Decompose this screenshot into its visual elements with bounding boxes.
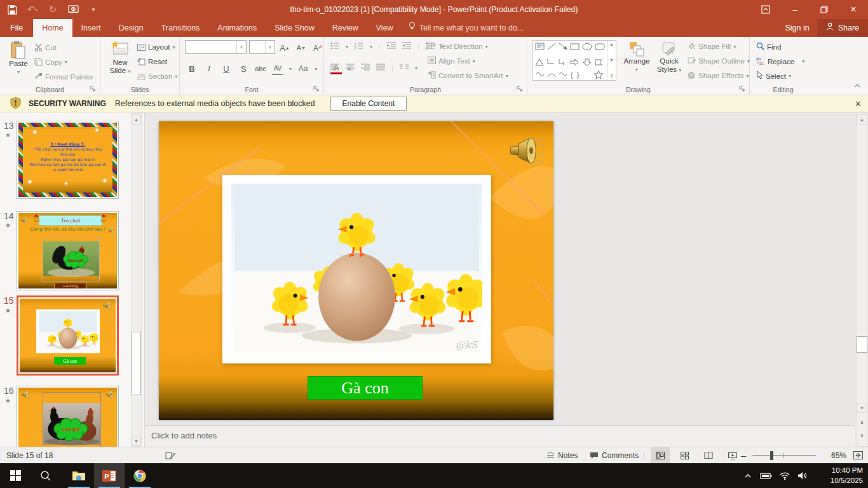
ribbon-display-options-icon[interactable] bbox=[751, 0, 780, 19]
convert-to-smartart-button[interactable]: Convert to SmartArt▾ bbox=[428, 71, 508, 80]
tell-me-box[interactable]: Tell me what you want to do... bbox=[402, 19, 531, 37]
tab-design[interactable]: Design bbox=[110, 19, 153, 37]
tab-file[interactable]: File bbox=[0, 19, 33, 37]
close-button[interactable]: × bbox=[839, 0, 868, 19]
zoom-level[interactable]: 65% bbox=[831, 447, 846, 463]
copy-button[interactable]: Copy▾ bbox=[34, 58, 67, 66]
shrink-font-button[interactable]: A▼ bbox=[295, 41, 307, 54]
restore-button[interactable] bbox=[810, 0, 839, 19]
view-reading-button[interactable] bbox=[699, 447, 718, 463]
quick-styles-button[interactable]: Quick Styles ▾ bbox=[654, 41, 684, 74]
main-scrollbar[interactable]: ▲ ▼ ▲▲ ▼▼ bbox=[856, 112, 868, 447]
tab-animations[interactable]: Animations bbox=[208, 19, 266, 37]
decrease-indent-icon[interactable] bbox=[387, 42, 396, 51]
underline-button[interactable]: U bbox=[220, 62, 232, 75]
view-slide-sorter-button[interactable] bbox=[675, 447, 694, 463]
view-slideshow-button[interactable] bbox=[723, 447, 742, 463]
taskbar-file-explorer[interactable] bbox=[64, 463, 94, 488]
grow-font-button[interactable]: A▲ bbox=[279, 41, 290, 54]
columns-icon[interactable] bbox=[400, 64, 409, 72]
scroll-down-icon[interactable]: ▼ bbox=[857, 403, 867, 413]
comments-toggle[interactable]: Comments bbox=[590, 447, 639, 463]
shapes-scroll-up-icon[interactable]: ▲ bbox=[609, 42, 614, 46]
layout-button[interactable]: Layout▾ bbox=[137, 43, 175, 51]
shape-fill-button[interactable]: Shape Fill▾ bbox=[688, 42, 736, 51]
font-dialog-launcher-icon[interactable] bbox=[313, 85, 321, 93]
slide-canvas[interactable]: @kS Gà con bbox=[159, 121, 553, 420]
enable-content-button[interactable]: Enable Content bbox=[330, 97, 407, 111]
font-size-combo[interactable]: ▾ bbox=[249, 40, 275, 54]
zoom-slider-thumb[interactable] bbox=[770, 451, 773, 460]
tray-chevron-icon[interactable] bbox=[744, 473, 752, 478]
zoom-slider[interactable] bbox=[752, 447, 816, 463]
numbering-icon[interactable]: 123 bbox=[355, 42, 363, 51]
minimize-button[interactable]: – bbox=[780, 0, 810, 19]
justify-icon[interactable] bbox=[376, 64, 385, 72]
scroll-up-icon[interactable]: ▲ bbox=[857, 114, 867, 125]
select-button[interactable]: Select▾ bbox=[756, 71, 791, 81]
tab-slide-show[interactable]: Slide Show bbox=[266, 19, 323, 37]
shapes-scroll-down-icon[interactable]: ▼ bbox=[609, 58, 614, 62]
cut-button[interactable]: Cut bbox=[34, 43, 57, 51]
shape-outline-button[interactable]: Shape Outline▾ bbox=[688, 57, 750, 65]
tab-transitions[interactable]: Transitions bbox=[153, 19, 209, 37]
notes-toggle[interactable]: Notes bbox=[546, 447, 578, 463]
drawing-dialog-launcher-icon[interactable] bbox=[739, 85, 747, 93]
sign-in-link[interactable]: Sign in bbox=[777, 19, 817, 37]
new-slide-button[interactable]: New Slide ▾ bbox=[105, 41, 135, 76]
align-right-icon[interactable] bbox=[361, 64, 370, 72]
close-warning-icon[interactable]: ✕ bbox=[855, 99, 862, 109]
thumb-scrollbar-thumb[interactable] bbox=[132, 332, 141, 395]
shape-effects-button[interactable]: Shape Effects▾ bbox=[688, 71, 749, 80]
next-slide-button[interactable]: ▼▼ bbox=[857, 431, 867, 441]
zoom-out-button[interactable]: – bbox=[741, 447, 746, 463]
align-text-button[interactable]: Align Text▾ bbox=[428, 57, 475, 65]
shapes-more-icon[interactable]: ⊽ bbox=[610, 74, 613, 79]
font-name-dropdown-icon[interactable]: ▾ bbox=[236, 41, 246, 53]
align-center-icon[interactable] bbox=[346, 64, 355, 72]
clear-formatting-button[interactable]: A bbox=[312, 41, 323, 54]
view-normal-button[interactable] bbox=[651, 447, 670, 463]
font-name-combo[interactable]: ▾ bbox=[185, 40, 247, 54]
spell-check-icon[interactable] bbox=[165, 447, 175, 463]
thumbnail-scrollbar[interactable]: ▲ ▼ bbox=[131, 112, 142, 447]
volume-icon[interactable] bbox=[797, 471, 807, 480]
tab-review[interactable]: Review bbox=[323, 19, 367, 37]
text-shadow-button[interactable]: S bbox=[238, 62, 249, 75]
reset-button[interactable]: Reset bbox=[137, 58, 167, 65]
bullets-icon[interactable] bbox=[330, 42, 339, 51]
audio-speaker-icon[interactable] bbox=[507, 135, 544, 166]
shapes-gallery[interactable]: { } ▲ ▼ ⊽ bbox=[532, 40, 616, 81]
start-button[interactable] bbox=[0, 463, 31, 488]
tab-insert[interactable]: Insert bbox=[72, 19, 110, 37]
collapse-ribbon-icon[interactable] bbox=[853, 83, 861, 90]
slide-15-thumbnail[interactable]: Gà con bbox=[17, 295, 119, 376]
notes-placeholder[interactable]: Click to add notes bbox=[151, 431, 217, 440]
replace-button[interactable]: abac Replace▾ bbox=[756, 57, 804, 66]
share-button[interactable]: Share bbox=[817, 19, 868, 37]
taskbar-clock[interactable]: 10:40 PM 10/5/2025 bbox=[831, 465, 863, 485]
slide-16-thumbnail[interactable]: Con gì? bbox=[17, 386, 119, 447]
taskbar-search-button[interactable] bbox=[31, 463, 61, 488]
format-painter-button[interactable]: Format Painter bbox=[34, 72, 93, 81]
increase-indent-icon[interactable] bbox=[402, 42, 411, 51]
align-left-icon[interactable] bbox=[330, 64, 339, 72]
taskbar-chrome[interactable] bbox=[125, 463, 155, 488]
main-scrollbar-thumb[interactable] bbox=[857, 336, 867, 353]
change-case-button[interactable]: Aa bbox=[297, 62, 309, 75]
slide-13-thumbnail[interactable]: ★ ★ ★ ★ ★ 3 / Hoạt động 3: *Trò chơi: co… bbox=[17, 121, 119, 199]
font-size-dropdown-icon[interactable]: ▾ bbox=[265, 41, 275, 53]
battery-icon[interactable] bbox=[759, 472, 772, 480]
thumb-scroll-up-icon[interactable]: ▲ bbox=[132, 114, 141, 125]
slide-indicator[interactable]: Slide 15 of 18 bbox=[6, 447, 53, 463]
fit-to-window-icon[interactable] bbox=[853, 447, 863, 463]
italic-button[interactable]: I bbox=[203, 62, 215, 75]
paste-button[interactable]: Paste▾ bbox=[5, 41, 32, 76]
taskbar-powerpoint[interactable]: P bbox=[94, 463, 125, 488]
paragraph-dialog-launcher-icon[interactable] bbox=[517, 85, 524, 93]
character-spacing-button[interactable]: AV bbox=[272, 62, 283, 75]
chicks-photo-frame[interactable]: @kS bbox=[222, 175, 491, 363]
tab-view[interactable]: View bbox=[367, 19, 402, 37]
section-button[interactable]: Section▾ bbox=[137, 72, 177, 80]
slide-14-thumbnail[interactable]: Trò chơi Con gì thế nhỉ, nó kêu như thế … bbox=[17, 211, 119, 290]
